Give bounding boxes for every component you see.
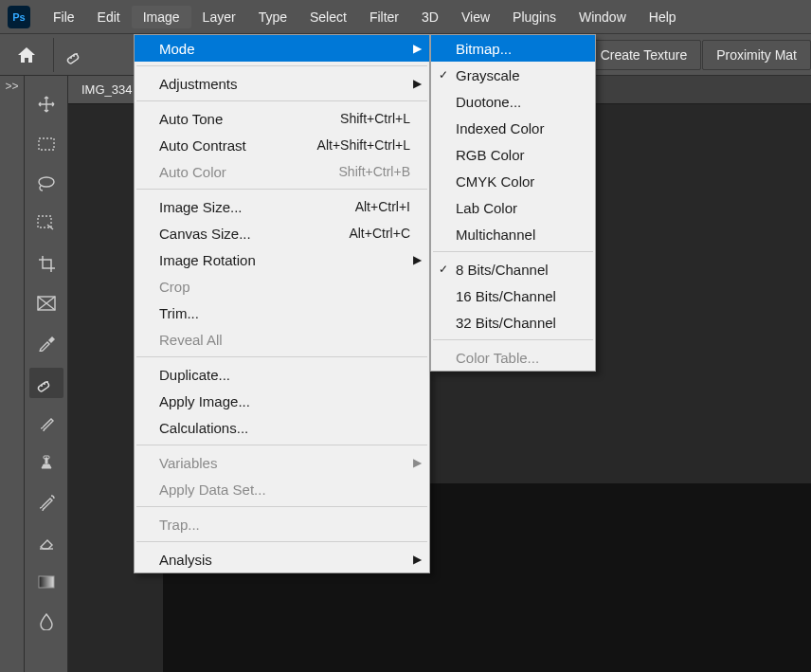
svg-point-10 (44, 383, 45, 385)
label: Grayscale (456, 67, 520, 83)
label: Multichannel (456, 227, 535, 243)
menu-edit[interactable]: Edit (86, 6, 132, 28)
label: Image Rotation (159, 252, 256, 268)
label: CMYK Color (456, 173, 534, 190)
menuitem-multichannel[interactable]: Multichannel (431, 221, 595, 247)
tool-eraser[interactable] (29, 527, 63, 557)
menu-window[interactable]: Window (568, 6, 638, 28)
label: Reveal All (159, 332, 223, 348)
image-menu-dropdown: Mode▶ Adjustments▶ Auto ToneShift+Ctrl+L… (134, 34, 430, 573)
menuitem-16bits[interactable]: 16 Bits/Channel (431, 282, 595, 309)
separator (136, 541, 427, 542)
tool-quick-select[interactable] (29, 209, 63, 239)
menuitem-indexed-color[interactable]: Indexed Color (431, 115, 595, 141)
menuitem-analysis[interactable]: Analysis▶ (135, 546, 429, 572)
menu-image[interactable]: Image (132, 6, 191, 28)
submenu-arrow-icon: ▶ (413, 77, 422, 90)
submenu-arrow-icon: ▶ (413, 42, 422, 55)
menuitem-cmyk-color[interactable]: CMYK Color (431, 168, 595, 194)
svg-point-5 (39, 177, 54, 187)
panel-collapse-strip[interactable]: >> (0, 76, 25, 672)
label: Canvas Size... (159, 226, 251, 242)
tool-blur[interactable] (29, 607, 63, 637)
app-logo: Ps (8, 6, 30, 28)
tool-eyedropper[interactable] (29, 328, 63, 358)
menuitem-lab-color[interactable]: Lab Color (431, 194, 595, 221)
home-button[interactable] (8, 46, 45, 64)
tool-crop[interactable] (29, 248, 63, 279)
menuitem-auto-contrast[interactable]: Auto ContrastAlt+Shift+Ctrl+L (135, 132, 429, 158)
tool-frame[interactable] (29, 288, 63, 318)
menu-view[interactable]: View (450, 6, 501, 28)
separator (433, 339, 593, 340)
option-proximity-match[interactable]: Proximity Mat (702, 40, 811, 70)
menuitem-duotone[interactable]: Duotone... (431, 88, 595, 115)
menuitem-auto-tone[interactable]: Auto ToneShift+Ctrl+L (135, 105, 429, 132)
menuitem-32bits[interactable]: 32 Bits/Channel (431, 309, 595, 336)
label: Crop (159, 279, 190, 295)
label: Auto Tone (159, 111, 223, 127)
menuitem-mode[interactable]: Mode▶ (135, 35, 429, 62)
tool-history-brush[interactable] (29, 487, 63, 518)
menuitem-bitmap[interactable]: Bitmap... (431, 35, 595, 62)
label: Mode (159, 41, 195, 57)
tool-healing-brush[interactable] (29, 368, 63, 398)
menuitem-adjustments[interactable]: Adjustments▶ (135, 70, 429, 97)
separator (433, 251, 593, 252)
menuitem-image-size[interactable]: Image Size...Alt+Ctrl+I (135, 193, 429, 220)
mode-submenu: Bitmap... ✓Grayscale Duotone... Indexed … (430, 34, 596, 372)
menu-select[interactable]: Select (298, 6, 358, 28)
menuitem-grayscale[interactable]: ✓Grayscale (431, 62, 595, 88)
option-create-texture[interactable]: Create Texture (586, 40, 702, 70)
label: Auto Color (159, 164, 226, 180)
tool-gradient[interactable] (29, 567, 63, 597)
tool-brush[interactable] (29, 408, 63, 438)
shortcut: Shift+Ctrl+L (340, 111, 410, 126)
submenu-arrow-icon: ▶ (413, 253, 422, 266)
label: 8 Bits/Channel (456, 262, 549, 278)
menu-type[interactable]: Type (247, 6, 298, 28)
menu-plugins[interactable]: Plugins (501, 6, 568, 28)
menuitem-apply-image[interactable]: Apply Image... (135, 388, 429, 414)
check-icon: ✓ (439, 68, 448, 82)
menuitem-trap: Trap... (135, 511, 429, 537)
tool-lasso[interactable] (29, 169, 63, 199)
menuitem-8bits[interactable]: ✓8 Bits/Channel (431, 256, 595, 282)
svg-rect-4 (39, 138, 54, 150)
menuitem-variables: Variables▶ (135, 449, 429, 476)
menuitem-calculations[interactable]: Calculations... (135, 414, 429, 441)
menu-3d[interactable]: 3D (410, 6, 450, 28)
tool-marquee[interactable] (29, 129, 63, 159)
separator (136, 356, 427, 357)
tool-clone-stamp[interactable] (29, 447, 63, 478)
label: Calculations... (159, 420, 248, 436)
menuitem-image-rotation[interactable]: Image Rotation▶ (135, 246, 429, 273)
menuitem-duplicate[interactable]: Duplicate... (135, 361, 429, 388)
menu-filter[interactable]: Filter (358, 6, 410, 28)
submenu-arrow-icon: ▶ (413, 553, 422, 566)
label: Duplicate... (159, 367, 230, 383)
separator (136, 506, 427, 507)
menuitem-apply-data-set: Apply Data Set... (135, 476, 429, 502)
menu-help[interactable]: Help (638, 6, 688, 28)
menuitem-trim[interactable]: Trim... (135, 300, 429, 326)
separator (136, 445, 427, 445)
app-logo-text: Ps (12, 11, 25, 23)
separator (136, 189, 427, 190)
label: Bitmap... (456, 41, 512, 57)
menuitem-rgb-color[interactable]: RGB Color (431, 141, 595, 168)
tool-move[interactable] (29, 89, 63, 119)
menu-layer[interactable]: Layer (191, 6, 247, 28)
tools-panel (25, 76, 68, 672)
svg-point-11 (46, 381, 48, 383)
label: Apply Image... (159, 393, 250, 409)
menuitem-auto-color: Auto ColorShift+Ctrl+B (135, 158, 429, 185)
label: Duotone... (456, 94, 521, 110)
svg-point-2 (73, 55, 75, 57)
menu-file[interactable]: File (42, 6, 86, 28)
label: Auto Contrast (159, 137, 246, 154)
separator (136, 65, 427, 66)
current-tool-healing-icon[interactable] (62, 43, 90, 66)
menuitem-color-table: Color Table... (431, 344, 595, 371)
menuitem-canvas-size[interactable]: Canvas Size...Alt+Ctrl+C (135, 220, 429, 246)
